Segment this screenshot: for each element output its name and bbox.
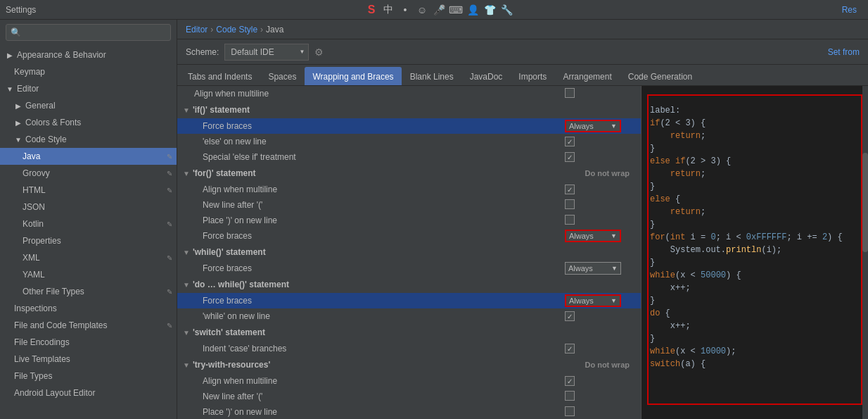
checkbox[interactable] xyxy=(565,391,575,401)
scheme-dropdown-wrap[interactable]: Default IDE xyxy=(224,44,309,61)
sidebar-item-file-types[interactable]: File Types xyxy=(0,368,177,384)
checkbox[interactable] xyxy=(565,185,575,194)
row-value[interactable]: Always ▼ xyxy=(565,230,635,242)
scheme-gear-icon[interactable]: ⚙ xyxy=(314,46,324,58)
reset-link[interactable]: Res xyxy=(842,5,862,15)
expand-icon: ▼ xyxy=(183,170,190,177)
checkbox[interactable] xyxy=(565,199,575,209)
setting-row-try-place-rparen[interactable]: Place ')' on new line xyxy=(177,404,641,419)
sidebar-item-appearance-behavior[interactable]: ▶ Appearance & Behavior xyxy=(0,46,177,63)
edit-icon: ✎ xyxy=(167,153,172,161)
breadcrumb-editor[interactable]: Editor xyxy=(186,25,208,35)
row-value[interactable] xyxy=(565,311,635,322)
keyboard-icon: ⌨ xyxy=(449,3,463,17)
sidebar-item-yaml[interactable]: YAML xyxy=(0,266,177,283)
setting-row-try-new-line-paren[interactable]: New line after '(' xyxy=(177,389,641,404)
setting-row-special-else-if[interactable]: Special 'else if' treatment xyxy=(177,149,641,165)
row-value[interactable] xyxy=(565,137,635,147)
group-right-label: Do not wrap xyxy=(585,361,630,369)
row-value[interactable]: Always ▼ xyxy=(565,120,635,132)
groovy-icon: ✎ xyxy=(167,170,172,177)
checkbox[interactable] xyxy=(565,344,575,354)
sidebar-item-xml[interactable]: XML ✎ xyxy=(0,249,177,266)
scrollbar-track[interactable] xyxy=(862,86,868,419)
scrollbar-thumb[interactable] xyxy=(862,153,868,253)
dropdown-always[interactable]: Always ▼ xyxy=(565,230,621,242)
row-label: Align when multiline xyxy=(194,376,565,386)
search-input[interactable] xyxy=(24,27,166,37)
sidebar-label: HTML xyxy=(23,185,167,195)
setting-row-else-new-line[interactable]: 'else' on new line xyxy=(177,134,641,149)
row-value[interactable] xyxy=(565,215,635,227)
tab-arrangement[interactable]: Arrangement xyxy=(555,67,619,85)
sidebar-item-html[interactable]: HTML ✎ xyxy=(0,182,177,199)
setting-row-for-place-rparen[interactable]: Place ')' on new line xyxy=(177,213,641,228)
setting-row-do-force-braces[interactable]: Force braces Always ▼ xyxy=(177,293,641,308)
tab-code-generation[interactable]: Code Generation xyxy=(620,67,700,85)
setting-row-for-align-multiline[interactable]: Align when multiline xyxy=(177,182,641,197)
row-value[interactable] xyxy=(565,376,635,387)
search-box[interactable]: 🔍 xyxy=(6,24,171,41)
sidebar-item-live-templates[interactable]: Live Templates xyxy=(0,351,177,368)
row-value[interactable] xyxy=(565,406,635,418)
sidebar-item-file-code-templates[interactable]: File and Code Templates ✎ xyxy=(0,317,177,334)
sidebar-item-general[interactable]: ▶ General xyxy=(0,97,177,114)
breadcrumb-code-style[interactable]: Code Style xyxy=(216,25,257,35)
scheme-select[interactable]: Default IDE xyxy=(224,44,309,61)
sidebar-item-java[interactable]: Java ✎ xyxy=(0,148,177,165)
dropdown-always[interactable]: Always ▼ xyxy=(565,262,621,275)
dropdown-always[interactable]: Always ▼ xyxy=(565,120,621,132)
scheme-label: Scheme: xyxy=(186,47,219,57)
tab-label: Spaces xyxy=(268,72,296,82)
setting-row-for-new-line-paren[interactable]: New line after '(' xyxy=(177,197,641,213)
tab-imports[interactable]: Imports xyxy=(511,67,554,85)
group-switch-statement[interactable]: ▼ 'switch' statement xyxy=(177,324,641,341)
sidebar-item-groovy[interactable]: Groovy ✎ xyxy=(0,165,177,182)
checkbox[interactable] xyxy=(565,215,575,225)
set-from-link[interactable]: Set from xyxy=(828,47,860,57)
setting-row-while-force-braces[interactable]: Force braces Always ▼ xyxy=(177,261,641,276)
group-try-with-resources[interactable]: ▼ 'try-with-resources' Do not wrap xyxy=(177,356,641,373)
setting-row-switch-indent-case[interactable]: Indent 'case' branches xyxy=(177,341,641,356)
setting-row-align-multiline[interactable]: Align when multiline xyxy=(177,86,641,101)
row-value[interactable]: Always ▼ xyxy=(565,294,635,307)
checkbox[interactable] xyxy=(565,152,575,162)
checkbox[interactable] xyxy=(565,88,575,98)
setting-row-try-align-multiline[interactable]: Align when multiline xyxy=(177,373,641,389)
sidebar-item-file-encodings[interactable]: File Encodings xyxy=(0,334,177,351)
group-for-statement[interactable]: ▼ 'for()' statement Do not wrap xyxy=(177,165,641,182)
tab-blank-lines[interactable]: Blank Lines xyxy=(402,67,461,85)
dropdown-always[interactable]: Always ▼ xyxy=(565,294,621,307)
sidebar-item-properties[interactable]: Properties xyxy=(0,232,177,249)
setting-row-for-force-braces[interactable]: Force braces Always ▼ xyxy=(177,228,641,244)
setting-row-if-force-braces[interactable]: Force braces Always ▼ xyxy=(177,118,641,134)
row-value[interactable] xyxy=(565,152,635,163)
row-value[interactable] xyxy=(565,391,635,403)
sidebar-item-editor[interactable]: ▼ Editor xyxy=(0,80,177,97)
sidebar-item-other-file-types[interactable]: Other File Types ✎ xyxy=(0,283,177,300)
group-if-statement[interactable]: ▼ 'if()' statement xyxy=(177,101,641,118)
sidebar-item-kotlin[interactable]: Kotlin ✎ xyxy=(0,215,177,232)
row-value[interactable] xyxy=(565,344,635,354)
tab-spaces[interactable]: Spaces xyxy=(260,67,304,85)
sidebar-item-inspections[interactable]: Inspections xyxy=(0,300,177,317)
row-value[interactable]: Always ▼ xyxy=(565,262,635,275)
setting-row-do-while-new-line[interactable]: 'while' on new line xyxy=(177,308,641,324)
sidebar-item-android-layout-editor[interactable]: Android Layout Editor xyxy=(0,384,177,401)
checkbox[interactable] xyxy=(565,406,575,416)
group-do-while-statement[interactable]: ▼ 'do … while()' statement xyxy=(177,276,641,293)
checkbox[interactable] xyxy=(565,311,575,321)
tab-wrapping-braces[interactable]: Wrapping and Braces xyxy=(305,67,401,85)
tab-javadoc[interactable]: JavaDoc xyxy=(462,67,511,85)
group-while-statement[interactable]: ▼ 'while()' statement xyxy=(177,244,641,261)
sidebar-item-keymap[interactable]: Keymap xyxy=(0,63,177,80)
row-value[interactable] xyxy=(565,199,635,211)
sidebar-item-colors-fonts[interactable]: ▶ Colors & Fonts xyxy=(0,114,177,131)
row-value[interactable] xyxy=(565,88,635,100)
tab-tabs-indents[interactable]: Tabs and Indents xyxy=(180,67,260,85)
checkbox[interactable] xyxy=(565,137,575,146)
sidebar-item-code-style[interactable]: ▼ Code Style xyxy=(0,131,177,148)
checkbox[interactable] xyxy=(565,376,575,386)
sidebar-item-json[interactable]: JSON xyxy=(0,199,177,215)
row-value[interactable] xyxy=(565,185,635,195)
